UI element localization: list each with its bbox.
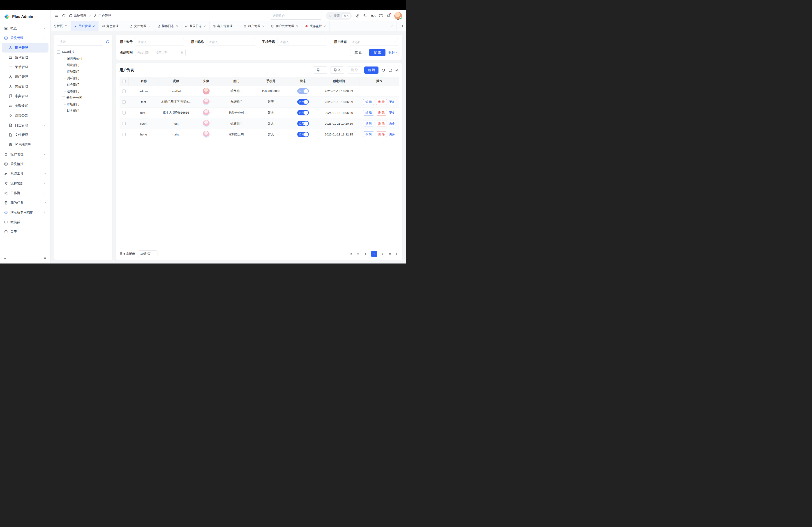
next-page-icon[interactable] [381,252,385,256]
tree-search-input[interactable] [57,38,103,46]
sidebar-item-monitoring[interactable]: 系统监控 [2,159,48,169]
edit-button[interactable]: 编 辑 [363,121,374,126]
delete-button[interactable]: 删 除 [347,66,361,74]
delete-row-button[interactable]: 删 除 [376,110,387,116]
sidebar-item-dicts[interactable]: 字典管理 [2,91,48,101]
sidebar-item-departments[interactable]: 部门管理 [2,72,48,81]
sidebar-item-process-start[interactable]: 流程发起 [2,179,48,188]
status-select[interactable] [349,38,398,46]
row-checkbox[interactable] [122,100,126,104]
table-settings-icon[interactable] [395,68,399,72]
tabs-layout-button[interactable] [396,21,406,31]
tree-node-dept[interactable]: 测试部门 [64,75,110,81]
row-checkbox[interactable] [122,133,126,136]
delete-row-button[interactable]: 删 除 [376,99,387,105]
user-avatar[interactable] [394,12,402,20]
edit-button[interactable]: 编 辑 [363,132,374,137]
first-page-icon[interactable] [349,252,353,256]
tab-analysis[interactable]: 分析页 [50,21,71,31]
jump-back-icon[interactable] [357,252,360,256]
close-icon[interactable] [296,25,299,28]
status-toggle[interactable]: 启用 [297,110,309,116]
close-icon[interactable] [148,25,151,28]
tree-node-dept[interactable]: 财务部门 [64,81,110,88]
tree-node-company[interactable]: 深圳总公司 [59,55,110,62]
edit-button[interactable]: 编 辑 [363,99,374,105]
table-refresh-icon[interactable] [381,68,385,72]
row-checkbox[interactable] [122,122,126,125]
tab-clients[interactable]: 客户端管理 [209,21,241,31]
row-checkbox[interactable] [122,90,126,93]
tree-node-root[interactable]: XXX科技 [57,49,110,55]
pin-icon[interactable] [64,25,68,28]
page-size-select[interactable]: 10条/页 [138,251,157,257]
status-toggle[interactable]: 启用 [297,99,309,105]
status-toggle[interactable]: 启用 [297,88,309,94]
export-button[interactable]: 导 出 [313,66,327,74]
sidebar-item-workflow[interactable]: 工作流 [2,188,48,198]
tree-node-dept[interactable]: 运维部门 [64,88,110,94]
settings-gear-icon[interactable] [355,14,359,18]
collapse-filters-link[interactable]: 收起 [388,50,398,55]
delete-row-button[interactable]: 删 除 [376,121,387,126]
language-switch-icon[interactable]: 文A [371,14,375,18]
sidebar-item-users[interactable]: 用户管理 [2,43,48,52]
sidebar-item-tools[interactable]: 系统工具 [2,169,48,179]
sidebar-item-posts[interactable]: 岗位管理 [2,81,48,91]
more-button[interactable]: 更多 [389,99,395,105]
global-search[interactable]: 搜索 ⌘ K [326,12,351,20]
sidebar-item-about[interactable]: 关于 [2,227,48,237]
close-icon[interactable] [262,25,264,28]
close-icon[interactable] [323,25,326,28]
search-button[interactable]: 搜 索 [369,49,386,56]
import-button[interactable]: 导 入 [330,66,345,74]
sidebar-item-notices[interactable]: 通知公告 [2,111,48,120]
tab-tenant-packages[interactable]: 租户套餐管理 [268,21,302,31]
tab-users[interactable]: 用户管理 [71,21,99,31]
close-icon[interactable] [120,25,123,28]
pin-sidebar-icon[interactable] [43,257,47,260]
sidebar-item-logs[interactable]: 日志管理 [2,120,48,130]
edit-button[interactable]: 编 辑 [363,110,374,116]
more-button[interactable]: 更多 [389,110,395,116]
tab-login-log[interactable]: 登录日志 [182,21,209,31]
sidebar-item-my-tasks[interactable]: 我的任务 [2,198,48,208]
account-input[interactable] [135,38,184,46]
last-page-icon[interactable] [395,252,399,256]
prev-page-icon[interactable] [364,252,367,256]
select-all-checkbox[interactable] [122,79,126,83]
close-icon[interactable] [203,25,206,28]
sidebar-item-tenants[interactable]: 租户管理 [2,149,48,159]
more-button[interactable]: 更多 [389,132,395,137]
tab-roles[interactable]: 角色管理 [99,21,126,31]
tree-node-dept[interactable]: 市场部门 [64,101,110,107]
sidebar-item-params[interactable]: 参数设置 [2,101,48,111]
breadcrumb-item-users[interactable]: 用户管理 [93,14,111,18]
hamburger-menu-icon[interactable] [55,14,59,18]
table-fullscreen-icon[interactable] [388,68,392,72]
tab-cache-monitor[interactable]: 缓存监控 [302,21,330,31]
tab-tenants[interactable]: 租户管理 [240,21,268,31]
tree-node-dept[interactable]: 市场部门 [64,68,110,75]
tabs-dropdown-button[interactable] [387,21,396,31]
tab-files[interactable]: 文件管理 [126,21,154,31]
current-page[interactable]: 1 [371,251,377,257]
reset-button[interactable]: 重 置 [350,49,366,56]
nickname-input[interactable] [206,38,255,46]
tree-node-dept[interactable]: 财务部门 [64,107,110,114]
status-toggle[interactable]: 启用 [297,132,309,137]
close-icon[interactable] [234,25,237,28]
dark-mode-moon-icon[interactable] [363,14,367,18]
more-button[interactable]: 更多 [389,121,395,126]
refresh-page-icon[interactable] [62,14,66,18]
sidebar-item-clients[interactable]: 客户端管理 [2,140,48,149]
tree-refresh-icon[interactable] [105,40,110,44]
sidebar-item-demo-features[interactable]: 演示站专用功能 [2,208,48,217]
row-checkbox[interactable] [122,111,126,115]
sidebar-item-overview[interactable]: 概览 [2,24,48,33]
delete-row-button[interactable]: 删 除 [376,132,387,137]
sidebar-item-system[interactable]: 系统管理 [2,33,48,43]
tree-collapse-box[interactable] [62,57,65,60]
fullscreen-icon[interactable] [379,14,383,18]
tree-node-company[interactable]: 长沙分公司 [59,94,110,101]
